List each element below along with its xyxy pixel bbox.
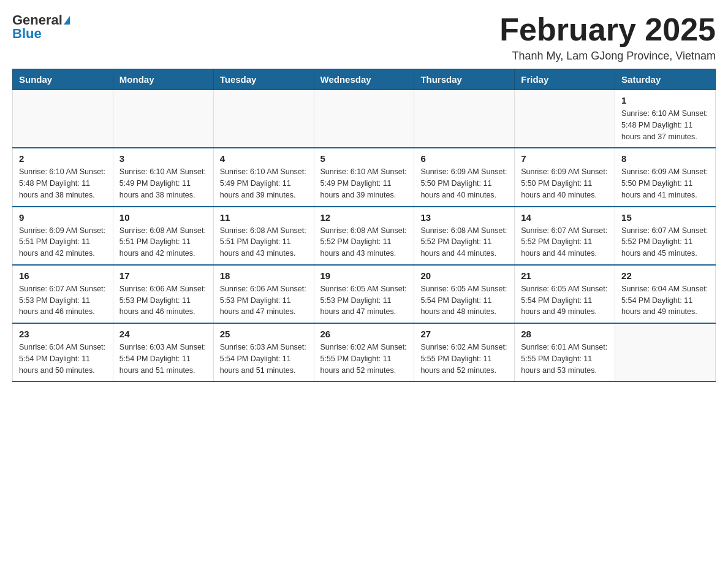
day-info: Sunrise: 6:01 AM Sunset: 5:55 PM Dayligh…	[521, 342, 609, 376]
day-number: 26	[320, 329, 408, 339]
calendar-cell: 6Sunrise: 6:09 AM Sunset: 5:50 PM Daylig…	[414, 148, 515, 206]
calendar-cell: 2Sunrise: 6:10 AM Sunset: 5:48 PM Daylig…	[13, 148, 113, 206]
day-info: Sunrise: 6:03 AM Sunset: 5:54 PM Dayligh…	[119, 342, 207, 376]
calendar-week-3: 16Sunrise: 6:07 AM Sunset: 5:53 PM Dayli…	[13, 265, 716, 323]
day-number: 21	[521, 270, 609, 281]
day-info: Sunrise: 6:07 AM Sunset: 5:52 PM Dayligh…	[621, 225, 709, 259]
day-info: Sunrise: 6:07 AM Sunset: 5:52 PM Dayligh…	[521, 225, 609, 259]
calendar-header: SundayMondayTuesdayWednesdayThursdayFrid…	[13, 69, 716, 90]
day-info: Sunrise: 6:08 AM Sunset: 5:52 PM Dayligh…	[420, 225, 508, 259]
calendar-body: 1Sunrise: 6:10 AM Sunset: 5:48 PM Daylig…	[13, 90, 716, 382]
day-number: 15	[621, 212, 709, 223]
day-info: Sunrise: 6:05 AM Sunset: 5:54 PM Dayligh…	[521, 283, 609, 318]
day-number: 28	[521, 329, 609, 339]
day-info: Sunrise: 6:05 AM Sunset: 5:53 PM Dayligh…	[320, 283, 408, 318]
day-number: 10	[119, 212, 207, 223]
calendar-cell: 28Sunrise: 6:01 AM Sunset: 5:55 PM Dayli…	[515, 323, 615, 381]
calendar-cell	[515, 90, 615, 148]
calendar-cell: 20Sunrise: 6:05 AM Sunset: 5:54 PM Dayli…	[414, 265, 515, 323]
day-info: Sunrise: 6:03 AM Sunset: 5:54 PM Dayligh…	[220, 342, 308, 376]
day-info: Sunrise: 6:08 AM Sunset: 5:52 PM Dayligh…	[320, 225, 408, 259]
day-number: 20	[420, 270, 508, 281]
weekday-header-monday: Monday	[113, 69, 213, 90]
calendar-cell: 10Sunrise: 6:08 AM Sunset: 5:51 PM Dayli…	[113, 207, 213, 265]
day-info: Sunrise: 6:04 AM Sunset: 5:54 PM Dayligh…	[19, 342, 107, 376]
logo: General Blue	[12, 12, 70, 42]
day-number: 5	[320, 153, 408, 164]
title-block: February 2025 Thanh My, Lam GJong Provin…	[499, 12, 716, 63]
day-number: 4	[220, 153, 308, 164]
day-number: 25	[220, 329, 308, 339]
calendar-cell: 13Sunrise: 6:08 AM Sunset: 5:52 PM Dayli…	[414, 207, 515, 265]
location-text: Thanh My, Lam GJong Province, Vietnam	[499, 50, 716, 63]
day-info: Sunrise: 6:09 AM Sunset: 5:51 PM Dayligh…	[19, 225, 107, 259]
day-info: Sunrise: 6:02 AM Sunset: 5:55 PM Dayligh…	[320, 342, 408, 376]
page-header: General Blue February 2025 Thanh My, Lam…	[12, 12, 716, 63]
day-info: Sunrise: 6:10 AM Sunset: 5:49 PM Dayligh…	[320, 166, 408, 201]
day-info: Sunrise: 6:04 AM Sunset: 5:54 PM Dayligh…	[621, 283, 709, 318]
calendar-week-1: 2Sunrise: 6:10 AM Sunset: 5:48 PM Daylig…	[13, 148, 716, 206]
month-title: February 2025	[499, 12, 716, 47]
day-number: 18	[220, 270, 308, 281]
weekday-row: SundayMondayTuesdayWednesdayThursdayFrid…	[13, 69, 716, 90]
day-info: Sunrise: 6:08 AM Sunset: 5:51 PM Dayligh…	[119, 225, 207, 259]
day-number: 2	[19, 153, 107, 164]
weekday-header-wednesday: Wednesday	[314, 69, 414, 90]
calendar-cell	[314, 90, 414, 148]
weekday-header-friday: Friday	[515, 69, 615, 90]
day-number: 9	[19, 212, 107, 223]
calendar-cell: 9Sunrise: 6:09 AM Sunset: 5:51 PM Daylig…	[13, 207, 113, 265]
weekday-header-saturday: Saturday	[615, 69, 716, 90]
day-number: 27	[420, 329, 508, 339]
day-number: 12	[320, 212, 408, 223]
calendar-cell: 26Sunrise: 6:02 AM Sunset: 5:55 PM Dayli…	[314, 323, 414, 381]
calendar-cell: 5Sunrise: 6:10 AM Sunset: 5:49 PM Daylig…	[314, 148, 414, 206]
weekday-header-sunday: Sunday	[13, 69, 113, 90]
day-number: 6	[420, 153, 508, 164]
calendar-cell: 23Sunrise: 6:04 AM Sunset: 5:54 PM Dayli…	[13, 323, 113, 381]
day-info: Sunrise: 6:05 AM Sunset: 5:54 PM Dayligh…	[420, 283, 508, 318]
day-info: Sunrise: 6:02 AM Sunset: 5:55 PM Dayligh…	[420, 342, 508, 376]
day-number: 11	[220, 212, 308, 223]
weekday-header-thursday: Thursday	[414, 69, 515, 90]
day-info: Sunrise: 6:07 AM Sunset: 5:53 PM Dayligh…	[19, 283, 107, 318]
calendar-cell	[113, 90, 213, 148]
calendar-cell	[414, 90, 515, 148]
day-info: Sunrise: 6:10 AM Sunset: 5:48 PM Dayligh…	[19, 166, 107, 201]
weekday-header-tuesday: Tuesday	[213, 69, 314, 90]
calendar-cell: 27Sunrise: 6:02 AM Sunset: 5:55 PM Dayli…	[414, 323, 515, 381]
calendar-cell: 25Sunrise: 6:03 AM Sunset: 5:54 PM Dayli…	[213, 323, 314, 381]
calendar-cell	[13, 90, 113, 148]
logo-blue-text: Blue	[12, 26, 42, 42]
calendar-week-2: 9Sunrise: 6:09 AM Sunset: 5:51 PM Daylig…	[13, 207, 716, 265]
calendar-cell: 14Sunrise: 6:07 AM Sunset: 5:52 PM Dayli…	[515, 207, 615, 265]
day-number: 14	[521, 212, 609, 223]
calendar-cell: 12Sunrise: 6:08 AM Sunset: 5:52 PM Dayli…	[314, 207, 414, 265]
calendar-cell: 22Sunrise: 6:04 AM Sunset: 5:54 PM Dayli…	[615, 265, 716, 323]
calendar-cell: 16Sunrise: 6:07 AM Sunset: 5:53 PM Dayli…	[13, 265, 113, 323]
day-info: Sunrise: 6:09 AM Sunset: 5:50 PM Dayligh…	[420, 166, 508, 201]
day-info: Sunrise: 6:06 AM Sunset: 5:53 PM Dayligh…	[119, 283, 207, 318]
day-number: 7	[521, 153, 609, 164]
day-info: Sunrise: 6:09 AM Sunset: 5:50 PM Dayligh…	[521, 166, 609, 201]
day-info: Sunrise: 6:10 AM Sunset: 5:49 PM Dayligh…	[119, 166, 207, 201]
calendar-cell: 3Sunrise: 6:10 AM Sunset: 5:49 PM Daylig…	[113, 148, 213, 206]
day-number: 17	[119, 270, 207, 281]
calendar-week-4: 23Sunrise: 6:04 AM Sunset: 5:54 PM Dayli…	[13, 323, 716, 381]
calendar-cell	[615, 323, 716, 381]
day-number: 13	[420, 212, 508, 223]
calendar-cell	[213, 90, 314, 148]
day-number: 8	[621, 153, 709, 164]
day-number: 16	[19, 270, 107, 281]
calendar-cell: 17Sunrise: 6:06 AM Sunset: 5:53 PM Dayli…	[113, 265, 213, 323]
calendar-week-0: 1Sunrise: 6:10 AM Sunset: 5:48 PM Daylig…	[13, 90, 716, 148]
calendar-cell: 15Sunrise: 6:07 AM Sunset: 5:52 PM Dayli…	[615, 207, 716, 265]
day-info: Sunrise: 6:09 AM Sunset: 5:50 PM Dayligh…	[621, 166, 709, 201]
day-number: 1	[621, 95, 709, 105]
calendar-cell: 7Sunrise: 6:09 AM Sunset: 5:50 PM Daylig…	[515, 148, 615, 206]
day-number: 24	[119, 329, 207, 339]
calendar-cell: 19Sunrise: 6:05 AM Sunset: 5:53 PM Dayli…	[314, 265, 414, 323]
calendar-cell: 24Sunrise: 6:03 AM Sunset: 5:54 PM Dayli…	[113, 323, 213, 381]
day-number: 19	[320, 270, 408, 281]
calendar-cell: 4Sunrise: 6:10 AM Sunset: 5:49 PM Daylig…	[213, 148, 314, 206]
